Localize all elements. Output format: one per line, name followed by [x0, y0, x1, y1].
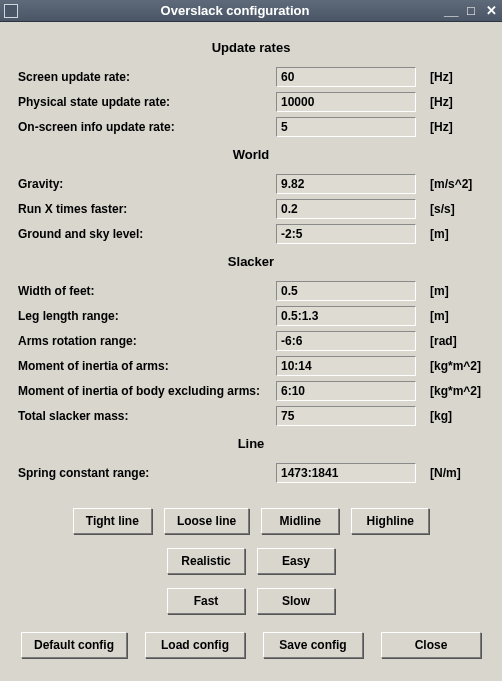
label-physical-state-update-rate: Physical state update rate:: [18, 95, 276, 109]
input-screen-update-rate[interactable]: [276, 67, 416, 87]
fast-button[interactable]: Fast: [167, 588, 245, 614]
close-icon[interactable]: ✕: [484, 4, 498, 18]
section-heading-slacker: Slacker: [18, 254, 484, 269]
label-moment-inertia-arms: Moment of inertia of arms:: [18, 359, 276, 373]
label-onscreen-info-update-rate: On-screen info update rate:: [18, 120, 276, 134]
unit-run-x-times-faster: [s/s]: [416, 202, 484, 216]
label-screen-update-rate: Screen update rate:: [18, 70, 276, 84]
section-heading-world: World: [18, 147, 484, 162]
slow-button[interactable]: Slow: [257, 588, 335, 614]
input-arms-rotation-range[interactable]: [276, 331, 416, 351]
unit-gravity: [m/s^2]: [416, 177, 484, 191]
unit-moment-inertia-arms: [kg*m^2]: [416, 359, 484, 373]
realistic-button[interactable]: Realistic: [167, 548, 245, 574]
loose-line-button[interactable]: Loose line: [164, 508, 249, 534]
tight-line-button[interactable]: Tight line: [73, 508, 152, 534]
window-title: Overslack configuration: [26, 3, 444, 18]
button-row-actions: Default config Load config Save config C…: [18, 632, 484, 658]
label-spring-constant-range: Spring constant range:: [18, 466, 276, 480]
unit-screen-update-rate: [Hz]: [416, 70, 484, 84]
section-heading-update-rates: Update rates: [18, 40, 484, 55]
row-run-x-times-faster: Run X times faster: [s/s]: [18, 197, 484, 221]
unit-spring-constant-range: [N/m]: [416, 466, 484, 480]
input-moment-inertia-body[interactable]: [276, 381, 416, 401]
label-width-of-feet: Width of feet:: [18, 284, 276, 298]
minimize-icon[interactable]: __: [444, 4, 458, 18]
unit-onscreen-info-update-rate: [Hz]: [416, 120, 484, 134]
input-run-x-times-faster[interactable]: [276, 199, 416, 219]
label-leg-length-range: Leg length range:: [18, 309, 276, 323]
row-onscreen-info-update-rate: On-screen info update rate: [Hz]: [18, 115, 484, 139]
row-total-slacker-mass: Total slacker mass: [kg]: [18, 404, 484, 428]
input-ground-sky-level[interactable]: [276, 224, 416, 244]
unit-physical-state-update-rate: [Hz]: [416, 95, 484, 109]
system-menu-icon[interactable]: [4, 4, 18, 18]
input-spring-constant-range[interactable]: [276, 463, 416, 483]
input-gravity[interactable]: [276, 174, 416, 194]
unit-moment-inertia-body: [kg*m^2]: [416, 384, 484, 398]
row-spring-constant-range: Spring constant range: [N/m]: [18, 461, 484, 485]
title-bar: Overslack configuration __ □ ✕: [0, 0, 502, 22]
easy-button[interactable]: Easy: [257, 548, 335, 574]
label-total-slacker-mass: Total slacker mass:: [18, 409, 276, 423]
row-ground-sky-level: Ground and sky level: [m]: [18, 222, 484, 246]
close-button[interactable]: Close: [381, 632, 481, 658]
row-gravity: Gravity: [m/s^2]: [18, 172, 484, 196]
label-moment-inertia-body: Moment of inertia of body excluding arms…: [18, 384, 276, 398]
highline-button[interactable]: Highline: [351, 508, 429, 534]
row-moment-inertia-arms: Moment of inertia of arms: [kg*m^2]: [18, 354, 484, 378]
unit-ground-sky-level: [m]: [416, 227, 484, 241]
label-run-x-times-faster: Run X times faster:: [18, 202, 276, 216]
client-area: Update rates Screen update rate: [Hz] Ph…: [0, 22, 502, 681]
row-moment-inertia-body: Moment of inertia of body excluding arms…: [18, 379, 484, 403]
input-onscreen-info-update-rate[interactable]: [276, 117, 416, 137]
label-arms-rotation-range: Arms rotation range:: [18, 334, 276, 348]
input-moment-inertia-arms[interactable]: [276, 356, 416, 376]
input-physical-state-update-rate[interactable]: [276, 92, 416, 112]
button-row-line-presets: Tight line Loose line Midline Highline: [18, 508, 484, 534]
default-config-button[interactable]: Default config: [21, 632, 127, 658]
unit-leg-length-range: [m]: [416, 309, 484, 323]
row-physical-state-update-rate: Physical state update rate: [Hz]: [18, 90, 484, 114]
button-row-speed: Fast Slow: [18, 588, 484, 614]
label-gravity: Gravity:: [18, 177, 276, 191]
unit-arms-rotation-range: [rad]: [416, 334, 484, 348]
unit-total-slacker-mass: [kg]: [416, 409, 484, 423]
button-row-difficulty: Realistic Easy: [18, 548, 484, 574]
label-ground-sky-level: Ground and sky level:: [18, 227, 276, 241]
row-arms-rotation-range: Arms rotation range: [rad]: [18, 329, 484, 353]
section-heading-line: Line: [18, 436, 484, 451]
input-leg-length-range[interactable]: [276, 306, 416, 326]
row-leg-length-range: Leg length range: [m]: [18, 304, 484, 328]
midline-button[interactable]: Midline: [261, 508, 339, 534]
row-width-of-feet: Width of feet: [m]: [18, 279, 484, 303]
input-total-slacker-mass[interactable]: [276, 406, 416, 426]
maximize-icon[interactable]: □: [464, 4, 478, 18]
unit-width-of-feet: [m]: [416, 284, 484, 298]
load-config-button[interactable]: Load config: [145, 632, 245, 658]
save-config-button[interactable]: Save config: [263, 632, 363, 658]
input-width-of-feet[interactable]: [276, 281, 416, 301]
row-screen-update-rate: Screen update rate: [Hz]: [18, 65, 484, 89]
